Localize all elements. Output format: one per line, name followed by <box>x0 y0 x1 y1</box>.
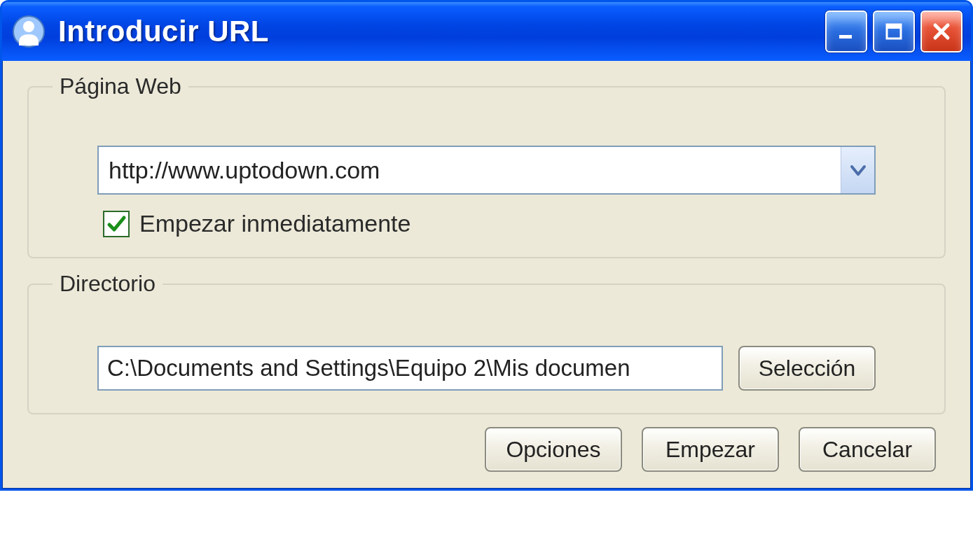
start-immediately-row: Empezar inmediatamente <box>103 210 925 237</box>
dialog-buttons: Opciones Empezar Cancelar <box>27 427 946 472</box>
svg-rect-5 <box>887 24 901 29</box>
directory-input[interactable] <box>97 346 723 391</box>
options-button[interactable]: Opciones <box>485 427 622 472</box>
start-immediately-label: Empezar inmediatamente <box>139 210 410 237</box>
app-icon <box>12 15 46 48</box>
window-title: Introducir URL <box>58 15 825 48</box>
window-controls <box>825 10 962 52</box>
group-web-page: Página Web Empezar inmediatamente <box>27 74 946 258</box>
group-directory-legend: Directorio <box>53 271 163 297</box>
url-row <box>97 146 876 195</box>
cancel-button[interactable]: Cancelar <box>799 427 936 472</box>
client-area: Página Web Empezar inmediatamente Direct… <box>2 61 971 489</box>
url-input[interactable] <box>99 147 841 193</box>
titlebar[interactable]: Introducir URL <box>2 2 971 61</box>
group-directory: Directorio Selección <box>27 271 946 414</box>
dialog-window: Introducir URL Página Web <box>0 0 973 491</box>
svg-point-2 <box>23 21 34 32</box>
chevron-down-icon <box>848 160 868 180</box>
url-dropdown-button[interactable] <box>841 147 874 193</box>
close-button[interactable] <box>920 10 962 52</box>
check-icon <box>106 214 127 234</box>
minimize-button[interactable] <box>825 10 867 52</box>
start-immediately-checkbox[interactable] <box>103 211 130 237</box>
maximize-button[interactable] <box>873 10 915 52</box>
directory-row: Selección <box>97 346 876 391</box>
group-web-legend: Página Web <box>53 74 188 99</box>
select-directory-button[interactable]: Selección <box>738 346 876 391</box>
start-button[interactable]: Empezar <box>642 427 779 472</box>
svg-rect-3 <box>839 35 852 38</box>
url-combobox[interactable] <box>97 146 876 195</box>
